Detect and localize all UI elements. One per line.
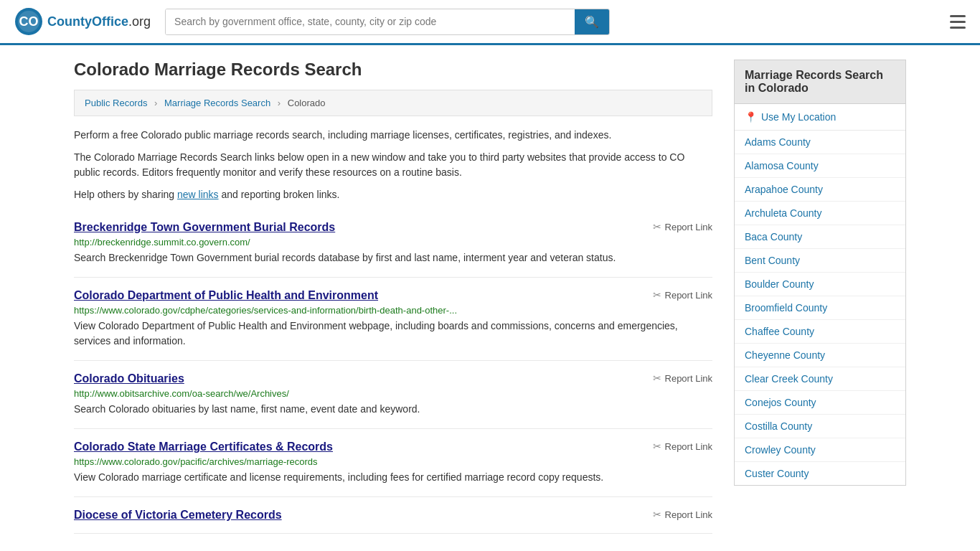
sidebar: Marriage Records Search in Colorado 📍 Us… [734, 60, 906, 534]
result-title[interactable]: Breckenridge Town Government Burial Reco… [74, 221, 335, 234]
sidebar-county-link[interactable]: Cheyenne County [735, 344, 905, 367]
result-title[interactable]: Colorado Obituaries [74, 372, 184, 385]
result-description: Search Colorado obituaries by last name,… [74, 402, 712, 417]
report-link-button[interactable]: ✂ Report Link [653, 372, 712, 384]
sidebar-county-link[interactable]: Adams County [735, 131, 905, 154]
breadcrumb: Public Records › Marriage Records Search… [74, 90, 712, 116]
result-description: View Colorado Department of Public Healt… [74, 319, 712, 349]
breadcrumb-sep-2: › [278, 98, 281, 108]
menu-line [950, 15, 966, 17]
result-title[interactable]: Colorado State Marriage Certificates & R… [74, 441, 333, 453]
result-url[interactable]: http://breckenridge.summit.co.govern.com… [74, 237, 712, 248]
menu-button[interactable] [950, 15, 966, 29]
sidebar-county-link[interactable]: Alamosa County [735, 154, 905, 178]
result-title[interactable]: Diocese of Victoria Cemetery Records [74, 509, 282, 522]
report-icon: ✂ [653, 509, 661, 520]
logo[interactable]: CO CountyOffice.org [14, 7, 151, 36]
breadcrumb-sep: › [154, 98, 157, 108]
sidebar-county-link[interactable]: Arapahoe County [735, 178, 905, 202]
intro-paragraph-3: Help others by sharing new links and rep… [74, 187, 712, 202]
report-link-button[interactable]: ✂ Report Link [653, 509, 712, 520]
sidebar-county-link[interactable]: Bent County [735, 249, 905, 273]
result-header: Colorado Obituaries ✂ Report Link [74, 372, 712, 385]
sidebar-county-link[interactable]: Conejos County [735, 391, 905, 415]
sidebar-title: Marriage Records Search in Colorado [734, 60, 906, 104]
result-item: Diocese of Victoria Cemetery Records ✂ R… [74, 497, 712, 534]
sidebar-county-link[interactable]: Custer County [735, 462, 905, 485]
menu-line [950, 21, 966, 23]
breadcrumb-current: Colorado [288, 98, 326, 108]
result-description: Search Breckenridge Town Government buri… [74, 250, 712, 265]
new-links-link[interactable]: new links [177, 189, 219, 200]
sidebar-county-link[interactable]: Chaffee County [735, 320, 905, 344]
sidebar-county-link[interactable]: Boulder County [735, 273, 905, 296]
sidebar-county-link[interactable]: Baca County [735, 225, 905, 249]
report-link-button[interactable]: ✂ Report Link [653, 221, 712, 232]
menu-line [950, 27, 966, 29]
sidebar-county-link[interactable]: Broomfield County [735, 296, 905, 320]
report-icon: ✂ [653, 289, 661, 301]
result-header: Colorado State Marriage Certificates & R… [74, 441, 712, 453]
sidebar-location: 📍 Use My Location [735, 104, 905, 131]
county-links-list: Adams CountyAlamosa CountyArapahoe Count… [735, 131, 905, 485]
result-item: Colorado Department of Public Health and… [74, 278, 712, 361]
sidebar-county-link[interactable]: Crowley County [735, 438, 905, 462]
logo-text: CountyOffice.org [47, 14, 151, 29]
sidebar-county-link[interactable]: Clear Creek County [735, 367, 905, 391]
report-icon: ✂ [653, 441, 661, 452]
result-header: Breckenridge Town Government Burial Reco… [74, 221, 712, 234]
result-url[interactable]: https://www.colorado.gov/cdphe/categorie… [74, 305, 712, 316]
result-url[interactable]: https://www.colorado.gov/pacific/archive… [74, 456, 712, 467]
report-icon: ✂ [653, 221, 661, 232]
result-url[interactable]: http://www.obitsarchive.com/oa-search/we… [74, 388, 712, 399]
sidebar-county-link[interactable]: Costilla County [735, 415, 905, 438]
report-link-button[interactable]: ✂ Report Link [653, 289, 712, 301]
intro-paragraph-2: The Colorado Marriage Records Search lin… [74, 150, 712, 180]
intro-paragraph-1: Perform a free Colorado public marriage … [74, 128, 712, 143]
main-content: Colorado Marriage Records Search Public … [74, 60, 712, 534]
breadcrumb-public-records[interactable]: Public Records [85, 98, 147, 108]
breadcrumb-marriage-records-search[interactable]: Marriage Records Search [164, 98, 270, 108]
result-item: Colorado State Marriage Certificates & R… [74, 429, 712, 497]
sidebar-county-link[interactable]: Archuleta County [735, 202, 905, 225]
result-header: Colorado Department of Public Health and… [74, 289, 712, 302]
report-icon: ✂ [653, 372, 661, 384]
result-item: Colorado Obituaries ✂ Report Link http:/… [74, 361, 712, 429]
use-my-location-link[interactable]: Use My Location [761, 111, 836, 123]
logo-icon: CO [14, 7, 43, 36]
page-title: Colorado Marriage Records Search [74, 60, 712, 80]
search-bar: 🔍 [165, 9, 610, 35]
location-pin-icon: 📍 [745, 111, 757, 123]
svg-text:CO: CO [19, 14, 39, 29]
report-link-button[interactable]: ✂ Report Link [653, 441, 712, 452]
result-header: Diocese of Victoria Cemetery Records ✂ R… [74, 509, 712, 522]
search-input[interactable] [166, 9, 575, 34]
page-container: Colorado Marriage Records Search Public … [60, 45, 920, 548]
result-title[interactable]: Colorado Department of Public Health and… [74, 289, 378, 302]
result-description: View Colorado marriage certificate and l… [74, 470, 712, 485]
result-item: Breckenridge Town Government Burial Reco… [74, 209, 712, 278]
results-list: Breckenridge Town Government Burial Reco… [74, 209, 712, 534]
site-header: CO CountyOffice.org 🔍 [0, 0, 980, 45]
sidebar-section: 📍 Use My Location Adams CountyAlamosa Co… [734, 104, 906, 486]
search-button[interactable]: 🔍 [575, 9, 609, 34]
